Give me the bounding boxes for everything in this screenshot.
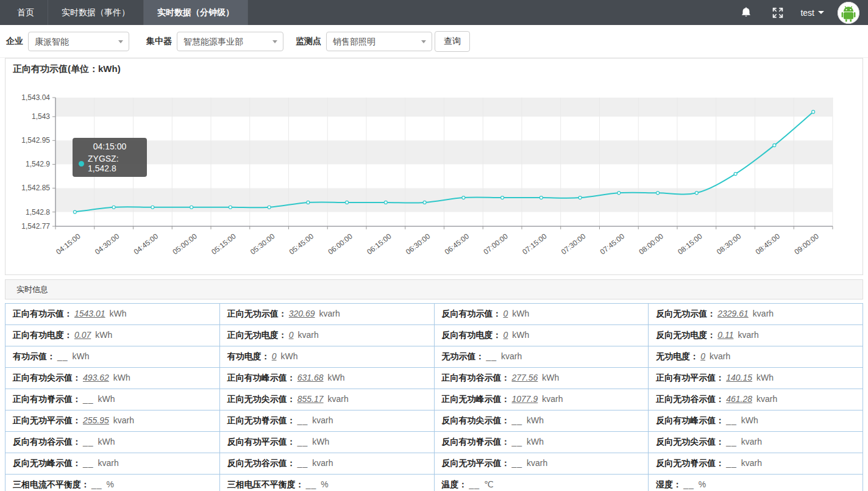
info-value-link[interactable]: 255.95: [83, 415, 109, 425]
info-cell-r8c3: 湿度：__%: [649, 475, 863, 491]
info-unit: kWh: [756, 373, 774, 382]
svg-text:05:00:00: 05:00:00: [171, 232, 199, 256]
info-value-link[interactable]: 0.07: [74, 330, 91, 340]
info-value-link[interactable]: 493.62: [83, 373, 109, 382]
chevron-down-icon: [421, 40, 426, 43]
info-label: 正向无功电度：: [227, 330, 287, 340]
info-unit: kvarh: [312, 458, 333, 468]
info-unit: %: [699, 479, 706, 489]
info-label: 正向有功平示值：: [656, 373, 724, 382]
info-value-link[interactable]: 855.17: [297, 394, 324, 404]
info-label: 三相电流不平衡度：: [13, 479, 90, 489]
info-value-link[interactable]: 0: [503, 330, 508, 340]
info-value-empty: __: [297, 415, 308, 425]
info-unit: kWh: [73, 351, 90, 361]
info-value-link[interactable]: 140.15: [726, 373, 752, 382]
svg-text:1,542.85: 1,542.85: [21, 184, 50, 192]
info-cell-r6c2: 反向有功脊示值：__kWh: [435, 432, 649, 453]
info-cell-r4c0: 正向有功脊示值：__kWh: [5, 389, 220, 410]
svg-text:04:15:00: 04:15:00: [54, 232, 82, 256]
info-cell-r8c0: 三相电流不平衡度：__%: [5, 475, 220, 491]
svg-text:08:00:00: 08:00:00: [638, 232, 666, 256]
info-unit: kWh: [281, 351, 298, 361]
info-unit: kWh: [512, 309, 529, 318]
info-value-link[interactable]: 461.28: [726, 394, 752, 404]
info-value-link[interactable]: 1077.9: [512, 394, 538, 404]
info-unit: kvarh: [738, 330, 758, 340]
info-panel-header: 实时信息: [5, 279, 863, 299]
info-value-empty: __: [297, 437, 308, 446]
info-label: 正向有功谷示值：: [442, 373, 510, 382]
svg-text:06:30:00: 06:30:00: [404, 232, 432, 256]
info-cell-r6c1: 反向有功平示值：__kWh: [220, 432, 435, 453]
chart-panel: 正向有功示值(单位：kWh) 1,542.771,542.81,542.851,…: [5, 58, 863, 275]
info-label: 无功示值：: [442, 351, 485, 361]
info-cell-r7c0: 反向无功峰示值：__kvarh: [5, 453, 220, 475]
info-value-link[interactable]: 0: [700, 351, 705, 361]
info-unit: kWh: [527, 437, 544, 446]
info-unit: kvarh: [542, 394, 563, 404]
info-value-link[interactable]: 0: [289, 330, 294, 340]
info-label: 反向无功峰示值：: [13, 458, 81, 468]
nav-tab-0[interactable]: 首页: [0, 0, 48, 25]
info-label: 三相电压不平衡度：: [227, 479, 304, 489]
info-value-link[interactable]: 0.11: [717, 330, 733, 340]
filter-select-1[interactable]: 智慧能源事业部: [177, 32, 283, 51]
svg-text:05:15:00: 05:15:00: [210, 232, 238, 256]
info-label: 正向有功电度：: [13, 330, 73, 340]
info-value-link[interactable]: 1543.01: [74, 309, 105, 318]
info-unit: kWh: [110, 309, 127, 318]
info-label: 反向有功平示值：: [227, 437, 296, 446]
info-value-link[interactable]: 277.56: [512, 373, 538, 382]
info-label: 反向无功示值：: [656, 309, 716, 318]
svg-text:08:45:00: 08:45:00: [754, 232, 782, 256]
info-label: 正向无功谷示值：: [656, 394, 724, 404]
filter-select-0[interactable]: 康派智能: [28, 32, 129, 51]
info-label: 温度：: [442, 479, 468, 489]
nav-tab-1[interactable]: 实时数据（事件）: [48, 0, 144, 25]
info-label: 正向有功示值：: [13, 309, 73, 318]
info-cell-r3c2: 正向有功谷示值：277.56kWh: [435, 368, 649, 389]
svg-text:06:00:00: 06:00:00: [327, 232, 355, 256]
avatar[interactable]: [838, 2, 859, 24]
info-unit: kWh: [98, 437, 115, 446]
info-cell-r7c2: 反向无功平示值：__kvarh: [435, 453, 649, 475]
info-value-empty: __: [512, 415, 523, 425]
svg-text:05:45:00: 05:45:00: [288, 232, 316, 256]
svg-text:06:45:00: 06:45:00: [443, 232, 471, 256]
filter-bar: 企业康派智能集中器智慧能源事业部监测点销售部照明 查询: [0, 25, 868, 58]
info-unit: kWh: [98, 394, 115, 404]
android-icon: [838, 2, 859, 24]
info-cell-r2c3: 无功电度：0kvarh: [649, 346, 863, 368]
info-label: 反向有功示值：: [442, 309, 502, 318]
user-menu[interactable]: test: [800, 8, 824, 18]
info-cell-r6c0: 反向有功谷示值：__kWh: [5, 432, 220, 453]
info-value-link[interactable]: 2329.61: [717, 309, 749, 318]
svg-text:06:15:00: 06:15:00: [365, 232, 393, 256]
fullscreen-icon[interactable]: [771, 6, 784, 20]
svg-text:08:30:00: 08:30:00: [715, 232, 743, 256]
info-value-empty: __: [83, 394, 94, 404]
info-cell-r1c0: 正向有功电度：0.07kWh: [5, 325, 220, 346]
info-value-link[interactable]: 320.69: [289, 309, 315, 318]
info-label: 反向有功尖示值：: [442, 415, 510, 425]
info-cell-r0c3: 反向无功示值：2329.61kvarh: [649, 304, 863, 325]
info-value-link[interactable]: 631.68: [297, 373, 324, 382]
nav-tab-2[interactable]: 实时数据（分钟级）: [144, 0, 248, 25]
info-unit: kvarh: [319, 309, 340, 318]
svg-text:07:00:00: 07:00:00: [482, 232, 510, 256]
filter-select-2[interactable]: 销售部照明: [326, 32, 432, 51]
info-label: 反向有功谷示值：: [13, 437, 81, 446]
info-value-empty: __: [512, 458, 523, 468]
svg-text:1,543: 1,543: [32, 112, 50, 121]
info-unit: kvarh: [98, 458, 119, 468]
top-navbar: 首页实时数据（事件）实时数据（分钟级） test: [0, 0, 868, 25]
bell-icon[interactable]: [739, 6, 753, 20]
info-value-link[interactable]: 0: [503, 309, 508, 318]
svg-text:04:45:00: 04:45:00: [132, 232, 160, 256]
info-unit: kWh: [113, 373, 130, 382]
query-button[interactable]: 查询: [435, 31, 470, 52]
line-chart[interactable]: 1,542.771,542.81,542.851,542.91,542.951,…: [5, 59, 863, 274]
info-value-link[interactable]: 0: [272, 351, 277, 361]
svg-text:05:30:00: 05:30:00: [249, 232, 277, 256]
